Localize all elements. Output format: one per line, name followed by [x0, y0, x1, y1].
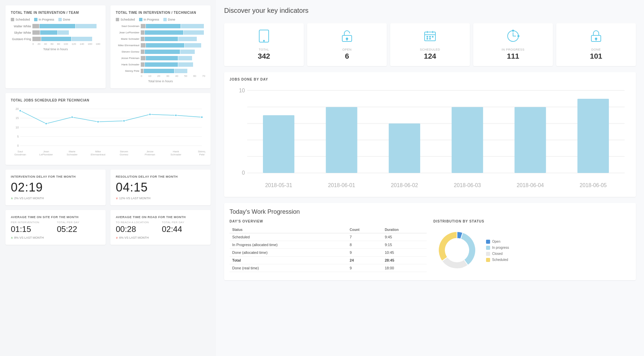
svg-text:2018-06-01: 2018-06-01: [328, 182, 355, 188]
distribution-label: DISTRIBUTION BY STATUS: [433, 219, 630, 223]
donut-legend-item: Open: [486, 240, 509, 244]
row-duration: 18:00: [382, 264, 427, 272]
tech-bar-chart: Saul Goodman Jean LePlombier Marie Schra…: [116, 24, 205, 78]
svg-text:Jean: Jean: [43, 150, 49, 153]
section-title: Discover your key indicators: [224, 7, 636, 14]
avg-site-sub-label1: PER INTERVENTION: [11, 221, 54, 224]
resolution-delay-card: RESOLUTION DELAY FOR THE MONTH 04:15 ∨ 1…: [110, 170, 211, 205]
resolution-delay-arrow: ∨: [116, 197, 118, 200]
svg-text:2018-05-31: 2018-05-31: [265, 182, 292, 188]
svg-rect-70: [578, 99, 609, 173]
row-status: Scheduled: [230, 233, 347, 241]
svg-text:2018-06-03: 2018-06-03: [454, 182, 481, 188]
avg-road-location: TO REACH A LOCATION 00:28: [116, 221, 159, 234]
intervention-delay-arrow: ∧: [11, 197, 13, 200]
right-panel: Discover your key indicators TOTAL 342 O…: [216, 0, 644, 356]
svg-text:Marie: Marie: [69, 150, 76, 153]
avg-site-val1: 01:15: [11, 225, 54, 234]
svg-text:2018-06-04: 2018-06-04: [517, 182, 544, 188]
svg-text:Ehrmantraut: Ehrmantraut: [91, 153, 106, 156]
kpi-value-3: 111: [477, 52, 549, 61]
row-status: In Progress (allocated time): [230, 241, 347, 249]
svg-text:10: 10: [239, 88, 245, 93]
tech-legend-inprogress: In Progress: [139, 18, 159, 21]
svg-point-14: [123, 120, 125, 122]
row-count: 8: [347, 241, 382, 249]
donut-legend-label: Scheduled: [492, 258, 508, 262]
team-bar-chart: Walter White Skyler White Gustavo Fring …: [11, 24, 100, 46]
donut-swatch: [486, 246, 490, 250]
svg-point-38: [346, 38, 348, 40]
kpi-card-open: OPEN 6: [307, 23, 387, 66]
col-count: Count: [347, 227, 382, 233]
jobs-by-day-card: JOBS DONE BY DAY 010 2018-05-312018-06-0…: [224, 72, 636, 197]
table-row: Total 24 28:45: [230, 257, 427, 264]
row-duration: 10:45: [382, 249, 427, 257]
kpi-icon-1: [311, 29, 383, 45]
row-count: 9: [347, 249, 382, 257]
donut-legend-label: In progress: [492, 246, 509, 249]
svg-text:Schrader: Schrader: [170, 153, 182, 156]
svg-point-16: [175, 114, 177, 116]
avg-site-per-intervention: PER INTERVENTION 01:15: [11, 221, 54, 234]
donut-legend-item: Scheduled: [486, 258, 509, 262]
team-legend: Scheduled In Progress Done: [11, 18, 100, 21]
tech-x-label: Total time in hours: [116, 80, 205, 83]
kpi-value-0: 342: [227, 52, 300, 61]
avg-site-change: ∧ 8% VS LAST MONTH: [11, 236, 100, 239]
avg-site-label: AVERAGE TIME ON SITE FOR THE MONTH: [11, 215, 100, 219]
svg-text:5: 5: [17, 135, 19, 138]
team-time-title: TOTAL TIME IN INTERVENTION / TEAM: [11, 11, 100, 14]
svg-text:Schrader: Schrader: [66, 153, 78, 156]
row-status: Done (allocated time): [230, 249, 347, 257]
svg-rect-69: [514, 107, 546, 173]
svg-rect-65: [263, 115, 294, 173]
svg-text:Steven: Steven: [120, 150, 128, 153]
resolution-delay-value: 04:15: [116, 180, 205, 195]
tech-legend-done: Done: [163, 18, 176, 21]
avg-road-card: AVERAGE TIME ON ROAD FOR THE MONTH TO RE…: [110, 210, 211, 245]
donut-legend-label: Closed: [492, 252, 503, 256]
kpi-card-in-progress: IN PROGRESS 111: [473, 23, 553, 66]
resolution-delay-label: RESOLUTION DELAY FOR THE MONTH: [116, 175, 205, 178]
svg-text:Pete: Pete: [199, 153, 205, 156]
donut-swatch: [486, 240, 490, 244]
intervention-delay-change-text: 2% VS LAST MONTH: [14, 197, 44, 200]
donut-legend: Open In progress Closed Scheduled: [486, 240, 509, 262]
svg-text:0: 0: [17, 144, 19, 147]
tech-time-card: TOTAL TIME IN INTERVENTION / TECHNICIAN …: [110, 5, 211, 88]
scheduled-per-tech-card: TOTAL JOBS SCHEDULED PER TECHNICIAN 0510…: [5, 93, 211, 165]
svg-text:0: 0: [242, 170, 245, 176]
tech-time-title: TOTAL TIME IN INTERVENTION / TECHNICIAN: [116, 11, 205, 14]
kpi-card-scheduled: SCHEDULED 124: [390, 23, 470, 66]
left-panel: TOTAL TIME IN INTERVENTION / TEAM Schedu…: [0, 0, 216, 356]
avg-road-change: ∨ 6% VS LAST MONTH: [116, 236, 205, 239]
days-overview: DAY'S OVERVIEW Status Count Duration Sch…: [230, 219, 427, 275]
donut-legend-item: Closed: [486, 252, 509, 256]
kpi-card-done: DONE 101: [556, 23, 636, 66]
team-x-label: Total time in hours: [11, 48, 100, 51]
avg-road-val1: 00:28: [116, 225, 159, 234]
col-status: Status: [230, 227, 347, 233]
kpi-icon-0: [227, 29, 300, 45]
overview-label: DAY'S OVERVIEW: [230, 219, 427, 223]
tech-legend: Scheduled In Progress Done: [116, 18, 205, 21]
resolution-delay-change-text: 12% VS LAST MONTH: [119, 197, 151, 200]
svg-rect-67: [389, 123, 420, 173]
row-duration: 28:45: [382, 257, 427, 264]
scheduled-per-tech-title: TOTAL JOBS SCHEDULED PER TECHNICIAN: [11, 98, 205, 102]
svg-point-36: [264, 40, 265, 41]
svg-text:Pinkman: Pinkman: [145, 153, 155, 156]
avg-site-total-day: TOTAL PER DAY 05:22: [57, 221, 101, 234]
donut-swatch: [486, 252, 490, 256]
kpi-label-1: OPEN: [311, 48, 383, 51]
legend-scheduled: Scheduled: [11, 18, 30, 21]
intervention-delay-value: 02:19: [11, 180, 100, 195]
intervention-delay-card: INTERVENTION DELAY FOR THE MONTH 02:19 ∧…: [5, 170, 106, 205]
intervention-delay-label: INTERVENTION DELAY FOR THE MONTH: [11, 175, 100, 178]
metrics-row2: AVERAGE TIME ON SITE FOR THE MONTH PER I…: [5, 210, 211, 245]
kpi-value-4: 101: [560, 52, 633, 61]
inprogress-dot: [34, 18, 37, 21]
svg-text:15: 15: [16, 116, 19, 120]
intervention-delay-change: ∧ 2% VS LAST MONTH: [11, 197, 100, 200]
